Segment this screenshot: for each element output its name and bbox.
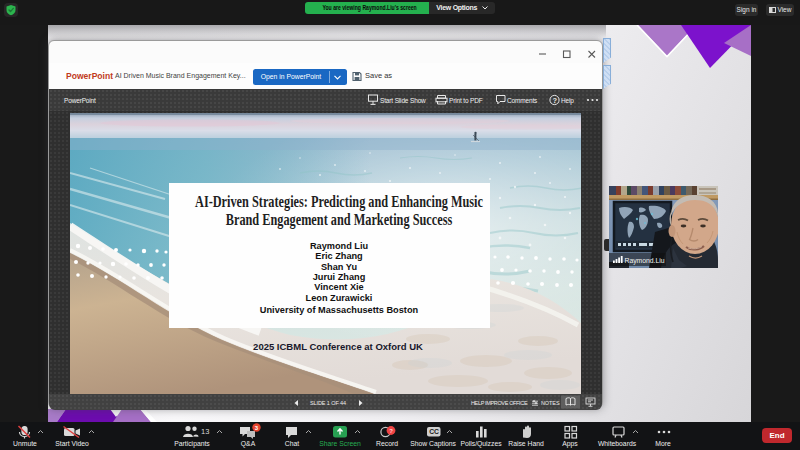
- svg-text:2025 ICBML Conference at Oxfor: 2025 ICBML Conference at Oxford UK: [253, 341, 423, 352]
- svg-text:Raymond Liu: Raymond Liu: [310, 241, 368, 251]
- svg-text:Leon Zurawicki: Leon Zurawicki: [306, 293, 373, 303]
- svg-text:Vincent Xie: Vincent Xie: [314, 282, 363, 292]
- svg-text:Raymond.Liu: Raymond.Liu: [625, 256, 665, 264]
- svg-text:University of Massachusetts Bo: University of Massachusetts Boston: [260, 305, 419, 315]
- svg-text:Jurui Zhang: Jurui Zhang: [313, 272, 366, 282]
- svg-text:Shan Yu: Shan Yu: [321, 262, 357, 272]
- svg-text:13: 13: [201, 427, 209, 436]
- svg-text:AI-Driven Strategies: Predicti: AI-Driven Strategies: Predicting and Enh…: [195, 192, 483, 210]
- svg-text:Eric Zhang: Eric Zhang: [315, 251, 362, 261]
- svg-text:?: ?: [389, 428, 393, 434]
- svg-text:Brand Engagement and Marketing: Brand Engagement and Marketing Success: [226, 211, 453, 229]
- svg-text:CC: CC: [429, 428, 439, 435]
- svg-text:?: ?: [553, 96, 558, 105]
